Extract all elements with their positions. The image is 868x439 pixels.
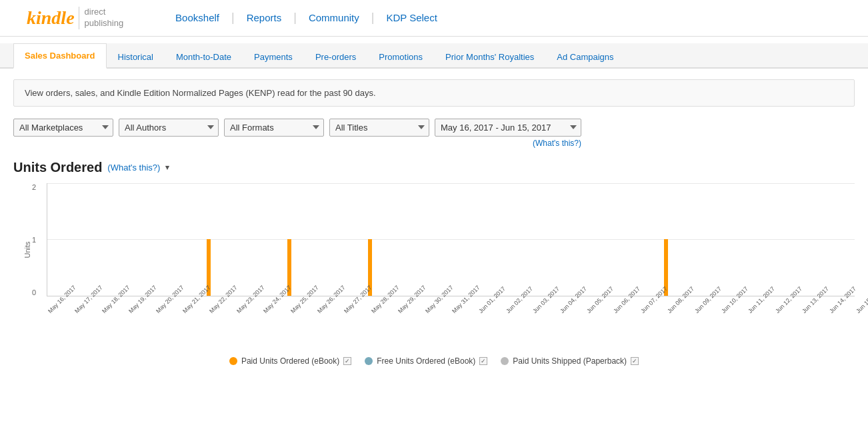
nav-link-reports[interactable]: Reports (235, 12, 294, 23)
y-label: 2 (32, 183, 36, 191)
filters-row: All MarketplacesAmazon.comAmazon.co.ukAm… (13, 119, 855, 148)
formats-select[interactable]: All FormatseBookPaperback (224, 119, 324, 137)
legend-label: Free Units Ordered (eBook) (377, 356, 475, 366)
main-nav: Bookshelf|Reports|Community|KDP Select (163, 11, 449, 25)
tab-month-to-date[interactable]: Month-to-Date (165, 45, 243, 69)
x-axis-labels: May 16, 2017May 17, 2017May 18, 2017May … (47, 298, 855, 316)
tab-payments[interactable]: Payments (243, 45, 304, 69)
titles-select[interactable]: All Titles (329, 119, 429, 137)
logo: kindle direct publishing (27, 7, 123, 29)
logo-kindle: kindle (27, 7, 75, 29)
legend-dot (365, 357, 373, 365)
grid-line-mid (47, 239, 855, 240)
authors-select[interactable]: All Authors (119, 119, 219, 137)
chart-legend: Paid Units Ordered (eBook)✓Free Units Or… (13, 356, 855, 366)
tab-sales-dashboard[interactable]: Sales Dashboard (13, 43, 107, 69)
date-filter-group: May 16, 2017 - Jun 15, 2017 (What's this… (435, 119, 581, 148)
chart-title-row: Units Ordered (What's this?) ▾ (13, 160, 855, 175)
legend-item: Paid Units Ordered (eBook)✓ (229, 356, 351, 366)
legend-label: Paid Units Shipped (Paperback) (513, 356, 627, 366)
tab-pre-orders[interactable]: Pre-orders (304, 45, 367, 69)
legend-checkbox[interactable]: ✓ (479, 357, 487, 365)
legend-dot (501, 357, 509, 365)
y-axis: 210 (13, 183, 40, 296)
main-content: View orders, sales, and Kindle Edition N… (0, 69, 868, 376)
tab-ad-campaigns[interactable]: Ad Campaigns (545, 45, 625, 69)
info-box-text: View orders, sales, and Kindle Edition N… (25, 88, 376, 98)
header: kindle direct publishing Bookshelf|Repor… (0, 0, 868, 37)
chart-container: Units 210 May 16, 2017May 17, 2017May 18… (13, 183, 855, 316)
nav-link-kdp-select[interactable]: KDP Select (374, 12, 449, 23)
grid-line-top (47, 183, 855, 184)
tabs-bar: Sales DashboardHistoricalMonth-to-DatePa… (0, 43, 868, 69)
legend-checkbox[interactable]: ✓ (631, 357, 639, 365)
chart-title-text: Units Ordered (13, 160, 102, 175)
nav-link-bookshelf[interactable]: Bookshelf (163, 12, 231, 23)
chart-whats-this[interactable]: (What's this?) (107, 163, 160, 173)
legend-item: Free Units Ordered (eBook)✓ (365, 356, 487, 366)
y-label: 0 (32, 288, 36, 296)
legend-dot (229, 357, 237, 365)
info-box: View orders, sales, and Kindle Edition N… (13, 79, 855, 107)
nav-link-community[interactable]: Community (297, 12, 371, 23)
date-select[interactable]: May 16, 2017 - Jun 15, 2017 (435, 119, 581, 137)
marketplace-select[interactable]: All MarketplacesAmazon.comAmazon.co.ukAm… (13, 119, 113, 137)
legend-item: Paid Units Shipped (Paperback)✓ (501, 356, 639, 366)
y-label: 1 (32, 236, 36, 244)
tab-prior-months[interactable]: Prior Months' Royalties (434, 45, 545, 69)
date-what-this[interactable]: (What's this?) (435, 139, 581, 148)
logo-dp: direct publishing (79, 7, 124, 29)
legend-checkbox[interactable]: ✓ (343, 357, 351, 365)
chart-dropdown-arrow[interactable]: ▾ (165, 163, 169, 172)
tab-promotions[interactable]: Promotions (367, 45, 434, 69)
chart-plot (47, 183, 855, 296)
legend-label: Paid Units Ordered (eBook) (241, 356, 339, 366)
tab-historical[interactable]: Historical (107, 45, 165, 69)
